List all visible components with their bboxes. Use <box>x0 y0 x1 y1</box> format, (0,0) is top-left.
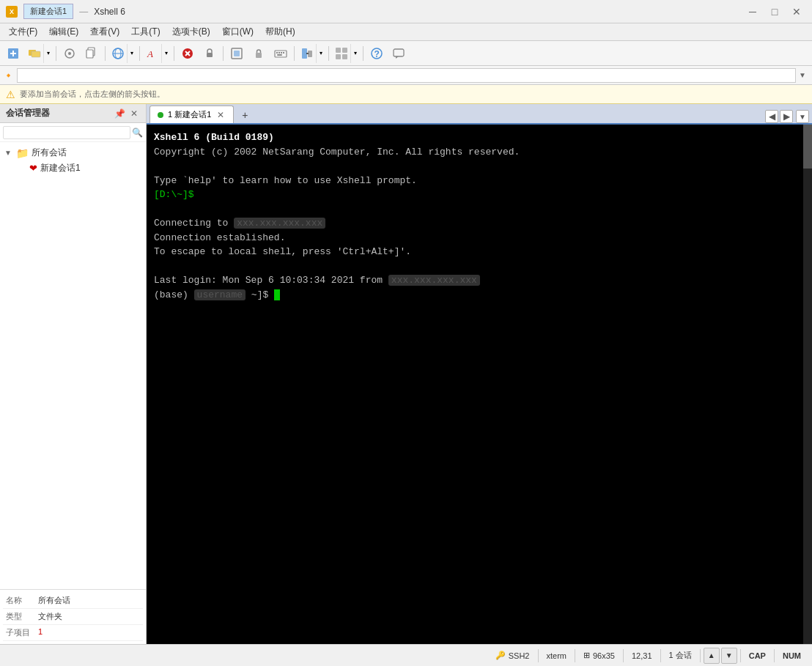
toolbar: ▾ ▾ A ▾ ▾ <box>0 41 812 66</box>
status-sep5 <box>700 649 701 662</box>
menu-tools[interactable]: 工具(T) <box>125 23 166 40</box>
menu-file[interactable]: 文件(F) <box>3 23 43 40</box>
svg-rect-23 <box>278 52 280 53</box>
tree-session-label: 新建会话1 <box>40 162 81 174</box>
tb-open-dropdown[interactable]: ▾ <box>25 44 53 63</box>
sidebar-title: 会话管理器 <box>6 107 50 119</box>
search-input[interactable] <box>3 126 130 139</box>
tb-layout-icon <box>333 44 350 63</box>
svg-rect-17 <box>207 53 213 57</box>
tab-nav: ◀ ▶ ▼ <box>765 110 809 123</box>
ssh-icon: 🔑 <box>495 651 506 660</box>
title-session-tab[interactable]: 新建会话1 <box>23 4 73 19</box>
restore-button[interactable]: □ <box>765 4 784 19</box>
terminal[interactable]: Xshell 6 (Build 0189) Copyright (c) 2002… <box>147 125 812 644</box>
status-up-btn[interactable]: ▲ <box>704 648 720 664</box>
folder-icon: 📁 <box>16 147 29 159</box>
tb-lock[interactable] <box>248 44 269 63</box>
tb-properties[interactable] <box>59 44 80 63</box>
tree-root-label: 所有会话 <box>32 147 67 159</box>
info-label-children: 子项目 <box>6 627 38 638</box>
tab-close-btn[interactable]: ✕ <box>215 110 226 120</box>
info-value-children: 1 <box>38 627 140 638</box>
tb-connect-dropdown[interactable]: ▾ <box>108 44 136 63</box>
status-position: 12,31 <box>627 648 657 664</box>
title-app-name: Xshell 6 <box>94 7 125 17</box>
svg-rect-31 <box>342 48 347 53</box>
tb-sep8 <box>363 46 363 61</box>
tb-keyboard[interactable] <box>270 44 291 63</box>
tree-expand-icon[interactable]: ▼ <box>4 149 13 157</box>
term-base-label: (base) <box>154 289 194 300</box>
tb-new-session[interactable] <box>3 44 23 63</box>
menu-tabs[interactable]: 选项卡(B) <box>166 23 216 40</box>
status-sep4 <box>660 649 661 662</box>
status-sep2 <box>575 649 575 662</box>
svg-rect-33 <box>342 54 347 59</box>
address-bar: 🔸 ▼ <box>0 66 812 85</box>
menu-help[interactable]: 帮助(H) <box>259 23 301 40</box>
tb-stop[interactable] <box>177 44 198 63</box>
tb-sep1 <box>56 46 56 61</box>
tb-connect-arrow[interactable]: ▾ <box>127 44 136 63</box>
status-sessions: 1 会话 <box>664 648 697 664</box>
term-blurred-ip: xxx.xxx.xxx.xxx <box>234 218 325 229</box>
scrollbar-thumb <box>803 125 812 169</box>
tb-sep4 <box>174 46 174 61</box>
address-input[interactable] <box>17 68 796 83</box>
status-sep7 <box>774 649 775 662</box>
tree-item-session[interactable]: ❤ 新建会话1 <box>3 160 143 176</box>
tb-copy[interactable] <box>81 44 102 63</box>
title-bar: X 新建会话1 — Xshell 6 ─ □ ✕ <box>0 0 812 23</box>
address-dropdown-btn[interactable]: ▼ <box>796 71 809 79</box>
tb-font-arrow[interactable]: ▾ <box>161 44 170 63</box>
tb-passwd[interactable] <box>199 44 220 63</box>
svg-rect-24 <box>281 52 282 53</box>
tab-add-btn[interactable]: + <box>237 107 253 123</box>
status-bar: 🔑 SSH2 xterm ⊞ 96x35 12,31 1 会话 ▲ ▼ CAP … <box>0 644 812 666</box>
term-prompt-1: [D:\~]$ <box>154 189 194 200</box>
info-message: 要添加当前会话，点击左侧的箭头按钮。 <box>20 89 165 100</box>
tab-bar: 1 新建会话1 ✕ + ◀ ▶ ▼ <box>147 104 812 125</box>
svg-rect-36 <box>394 49 404 56</box>
tb-help[interactable]: ? <box>366 44 387 63</box>
status-down-btn[interactable]: ▼ <box>721 648 737 664</box>
tb-open-arrow[interactable]: ▾ <box>43 44 52 63</box>
tb-font-dropdown[interactable]: A ▾ <box>143 44 171 63</box>
term-line-4: Type `help' to learn how to use Xshell p… <box>154 174 805 188</box>
term-line-6 <box>154 202 805 217</box>
tab-next-btn[interactable]: ▶ <box>780 110 793 123</box>
close-button[interactable]: ✕ <box>787 4 806 19</box>
tree-item-root[interactable]: ▼ 📁 所有会话 <box>3 145 143 160</box>
tb-zoom[interactable] <box>226 44 247 63</box>
app-icon: X <box>6 6 18 18</box>
tb-sep6 <box>294 46 295 61</box>
tab-menu-btn[interactable]: ▼ <box>796 110 809 123</box>
info-label-type: 类型 <box>6 611 38 622</box>
svg-rect-21 <box>275 51 287 57</box>
info-bar: ⚠ 要添加当前会话，点击左侧的箭头按钮。 <box>0 85 812 104</box>
tb-layout-arrow[interactable]: ▾ <box>350 44 359 63</box>
main-layout: 会话管理器 📌 ✕ 🔍 ▼ 📁 所有会话 ❤ 新建会话1 名称 <box>0 104 812 644</box>
status-sep3 <box>623 649 624 662</box>
minimize-button[interactable]: ─ <box>743 4 762 19</box>
menu-bar: 文件(F) 编辑(E) 查看(V) 工具(T) 选项卡(B) 窗口(W) 帮助(… <box>0 23 812 41</box>
status-num: NUM <box>778 648 806 664</box>
tab-prev-btn[interactable]: ◀ <box>765 110 778 123</box>
terminal-scrollbar[interactable] <box>803 125 812 644</box>
menu-edit[interactable]: 编辑(E) <box>43 23 84 40</box>
tb-transfer-arrow[interactable]: ▾ <box>316 44 325 63</box>
tb-chat[interactable] <box>388 44 409 63</box>
sidebar-close-btn[interactable]: ✕ <box>128 108 140 119</box>
info-label-name: 名称 <box>6 595 38 606</box>
tb-transfer-dropdown[interactable]: ▾ <box>298 44 325 63</box>
search-icon[interactable]: 🔍 <box>132 127 143 138</box>
tb-layout-dropdown[interactable]: ▾ <box>332 44 360 63</box>
menu-window[interactable]: 窗口(W) <box>216 23 259 40</box>
sidebar-pin-btn[interactable]: 📌 <box>114 108 125 119</box>
menu-view[interactable]: 查看(V) <box>84 23 125 40</box>
term-blurred-host: xxx.xxx.xxx.xxx <box>388 275 480 286</box>
info-row-type: 类型 文件夹 <box>3 609 143 625</box>
sidebar-search: 🔍 <box>0 123 146 142</box>
tab-session-1[interactable]: 1 新建会话1 ✕ <box>150 106 234 123</box>
